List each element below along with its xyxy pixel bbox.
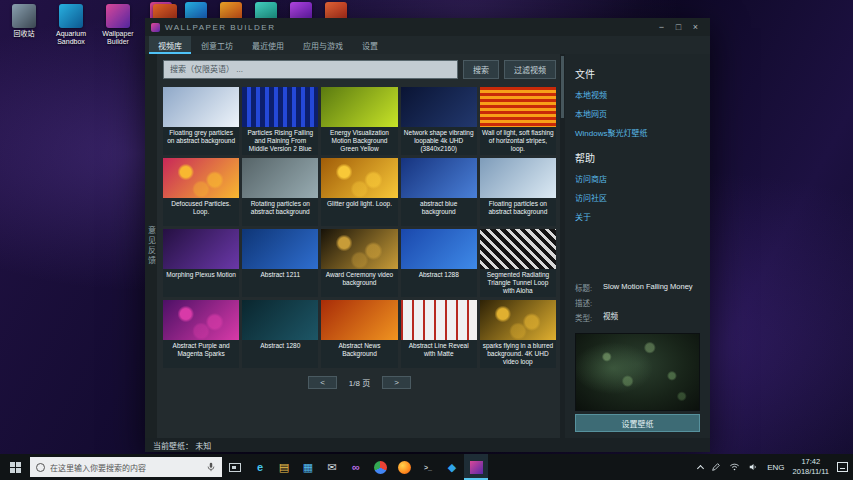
tab-recent[interactable]: 最近使用 — [243, 36, 293, 54]
wallpaper-tile[interactable]: Abstract Purple and Magenta Sparks — [163, 300, 239, 368]
visual-studio-taskbar-icon[interactable]: ∞ — [344, 454, 368, 480]
wallpaper-search-input[interactable] — [163, 60, 458, 79]
wallpaper-tile[interactable]: Abstract 1288 — [401, 229, 477, 297]
wallpaper-thumbnail — [163, 158, 239, 198]
wallpaper-title: Abstract 1280 — [242, 340, 318, 368]
store-glyph: ▦ — [303, 462, 313, 473]
clock-date: 2018/11/11 — [793, 467, 829, 477]
link-windows-spotlight[interactable]: Windows聚光灯壁纸 — [575, 127, 700, 138]
file-explorer-glyph: ▤ — [279, 462, 289, 473]
firefox-taskbar-icon[interactable] — [392, 454, 416, 480]
language-indicator[interactable]: ENG — [767, 463, 784, 472]
tab-settings[interactable]: 设置 — [353, 36, 387, 54]
recycle-bin-icon — [12, 4, 36, 28]
wallpaper-tile[interactable]: Morphing Plexus Motion — [163, 229, 239, 297]
next-page-button[interactable]: > — [382, 376, 411, 389]
prev-page-button[interactable]: < — [308, 376, 337, 389]
cortana-icon — [36, 463, 45, 472]
store-taskbar-icon[interactable]: ▦ — [296, 454, 320, 480]
mail-taskbar-icon[interactable]: ✉ — [320, 454, 344, 480]
meta-label: 类型: — [575, 312, 603, 323]
window-title: WALLPAPER BUILDER — [165, 23, 648, 32]
desktop: 回收站Aquarium SandboxWallpaper BuilderCore… — [0, 0, 853, 480]
wallpaper-tile[interactable]: Abstract Line Reveal with Matte — [401, 300, 477, 368]
wallpaper-tile[interactable]: Floating particles on abstract backgroun… — [480, 158, 556, 226]
maximize-button[interactable]: □ — [670, 20, 687, 34]
wallpaper-tile[interactable]: Wall of light, soft flashing of horizont… — [480, 87, 556, 155]
wallpaper-tile[interactable]: Particles Rising Falling and Raining Fro… — [242, 87, 318, 155]
desktop-icon-aquarium-sandbox[interactable]: Aquarium Sandbox — [50, 4, 92, 46]
tab-video-library[interactable]: 视频库 — [149, 36, 191, 54]
wallpaper-title: Floating particles on abstract backgroun… — [480, 198, 556, 226]
wallpaper-thumbnail — [242, 229, 318, 269]
wallpaper-title: sparks flying in a blurred background. 4… — [480, 340, 556, 368]
filter-videos-button[interactable]: 过滤视频 — [504, 60, 556, 79]
desktop-icon-recycle-bin[interactable]: 回收站 — [3, 4, 45, 46]
terminal-taskbar-icon[interactable]: >_ — [416, 454, 440, 480]
taskbar-clock[interactable]: 17:42 2018/11/11 — [793, 457, 829, 477]
wallpaper-title: Particles Rising Falling and Raining Fro… — [242, 127, 318, 155]
pen-icon[interactable] — [711, 462, 721, 472]
wallpaper-thumbnail — [242, 300, 318, 340]
desktop-icon-label: Aquarium Sandbox — [50, 30, 92, 46]
wallpaper-title: Abstract 1211 — [242, 269, 318, 297]
wallpaper-tile[interactable]: Segmented Radiating Triangle Tunnel Loop… — [480, 229, 556, 297]
action-center-icon[interactable] — [837, 462, 848, 472]
feedback-vertical-tab[interactable]: 意见反馈 — [145, 54, 157, 438]
help-heading: 帮助 — [575, 150, 700, 165]
wallpaper-metadata: 标题:Slow Motion Falling Money描述:类型:视频 — [575, 282, 700, 327]
microphone-icon[interactable] — [206, 461, 216, 473]
close-button[interactable]: × — [687, 20, 704, 34]
wallpaper-title: Morphing Plexus Motion — [163, 269, 239, 297]
wallpaper-tile[interactable]: Abstract News Background — [321, 300, 397, 368]
taskbar-search-box[interactable]: 在这里输入你要搜索的内容 — [30, 457, 222, 477]
link-about[interactable]: 关于 — [575, 211, 700, 222]
wallpaper-tile[interactable]: sparks flying in a blurred background. 4… — [480, 300, 556, 368]
wallpaper-tile[interactable]: Award Ceremony video background — [321, 229, 397, 297]
wallpaper-tile[interactable]: Abstract 1211 — [242, 229, 318, 297]
wallpaper-tile[interactable]: Rotating particles on abstract backgroun… — [242, 158, 318, 226]
scrollbar[interactable] — [560, 54, 565, 438]
wallpaper-preview — [575, 333, 700, 411]
tab-workshop[interactable]: 创意工坊 — [192, 36, 242, 54]
vscode-taskbar-icon[interactable]: ◆ — [440, 454, 464, 480]
chrome-taskbar-icon[interactable] — [368, 454, 392, 480]
wallpaper-thumbnail — [321, 300, 397, 340]
volume-icon[interactable] — [748, 462, 759, 472]
task-view-icon[interactable] — [222, 454, 248, 480]
wallpaper-thumbnail — [242, 158, 318, 198]
wallpaper-tile[interactable]: Network shape vibrating loopable 4k UHD … — [401, 87, 477, 155]
wallpaper-builder-window: WALLPAPER BUILDER − □ × 视频库创意工坊最近使用应用与游戏… — [145, 18, 710, 452]
file-explorer-taskbar-icon[interactable]: ▤ — [272, 454, 296, 480]
wallpaper-thumbnail — [321, 158, 397, 198]
wallpaper-tile[interactable]: Defocused Particles. Loop. — [163, 158, 239, 226]
search-row: 搜索 过滤视频 — [163, 60, 556, 79]
desktop-icon-label: Wallpaper Builder — [97, 30, 139, 46]
desktop-icon-wallpaper-builder[interactable]: Wallpaper Builder — [97, 4, 139, 46]
wallpaper-tile[interactable]: Energy Visualization Motion Background G… — [321, 87, 397, 155]
hidden-icons-chevron-icon[interactable] — [697, 464, 704, 471]
wallpaper-tile[interactable]: Abstract 1280 — [242, 300, 318, 368]
wallpaper-tile[interactable]: Floating grey particles on abstract back… — [163, 87, 239, 155]
link-visit-store[interactable]: 访问商店 — [575, 173, 700, 184]
start-button[interactable] — [0, 454, 30, 480]
network-wifi-icon[interactable] — [729, 462, 740, 472]
link-visit-community[interactable]: 访问社区 — [575, 192, 700, 203]
wallpaper-tile[interactable]: Glitter gold light. Loop. — [321, 158, 397, 226]
wallpaper-thumbnail — [163, 87, 239, 127]
link-local-video[interactable]: 本地视频 — [575, 89, 700, 100]
scrollbar-thumb[interactable] — [561, 56, 564, 118]
edge-taskbar-icon[interactable]: e — [248, 454, 272, 480]
tab-apps-games[interactable]: 应用与游戏 — [294, 36, 352, 54]
meta-title-row: 标题:Slow Motion Falling Money — [575, 282, 700, 293]
wallpaper-tile[interactable]: abstract blue background — [401, 158, 477, 226]
set-wallpaper-button[interactable]: 设置壁纸 — [575, 414, 700, 432]
search-button[interactable]: 搜索 — [463, 60, 499, 79]
titlebar[interactable]: WALLPAPER BUILDER − □ × — [145, 18, 710, 36]
link-local-web[interactable]: 本地网页 — [575, 108, 700, 119]
wallpaper-thumbnail — [401, 158, 477, 198]
wallpaper-builder-taskbar-icon[interactable] — [464, 454, 488, 480]
minimize-button[interactable]: − — [653, 20, 670, 34]
wallpaper-title: Rotating particles on abstract backgroun… — [242, 198, 318, 226]
wallpaper-builder-glyph — [470, 461, 483, 474]
